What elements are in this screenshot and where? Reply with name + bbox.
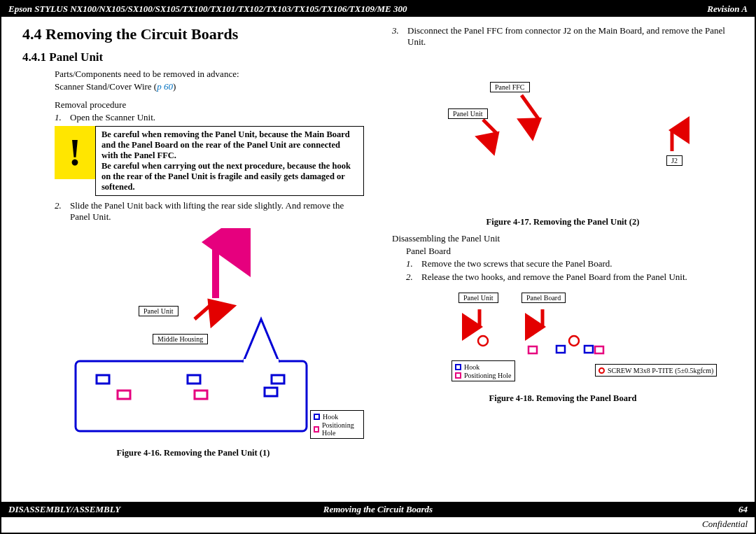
- legend-screw: SCREW M3x8 P-TITE (5±0.5kgfcm): [598, 367, 713, 374]
- svg-rect-5: [265, 388, 277, 396]
- legend-hook: Hook: [455, 363, 512, 371]
- svg-rect-2: [97, 375, 109, 384]
- page-ref-link[interactable]: p 60: [157, 81, 173, 92]
- header-revision: Revision A: [707, 3, 748, 15]
- label-panel-unit: Panel Unit: [448, 108, 488, 119]
- section-heading: 4.4 Removing the Circuit Boards: [22, 25, 364, 43]
- svg-rect-1: [244, 359, 279, 363]
- label-middle-housing: Middle Housing: [153, 334, 208, 344]
- svg-rect-12: [556, 346, 565, 353]
- right-column: 3.Disconnect the Panel FFC from connecto…: [392, 25, 734, 458]
- legend-pos-hole: Positioning Hole: [314, 421, 360, 437]
- header-bar: Epson STYLUS NX100/NX105/SX100/SX105/TX1…: [1, 1, 755, 17]
- footer-page: 64: [738, 504, 748, 515]
- svg-rect-13: [584, 346, 593, 353]
- procedure-label: Removal procedure: [55, 99, 364, 111]
- svg-rect-3: [188, 375, 200, 384]
- list-item: 1.Remove the two screws that secure the …: [406, 258, 734, 269]
- footer-left: DISASSEMBLY/ASSEMBLY: [8, 504, 120, 515]
- label-panel-ffc: Panel FFC: [490, 82, 530, 92]
- svg-rect-11: [595, 346, 603, 353]
- label-j2: J2: [666, 155, 682, 166]
- figure-4-18: Panel Unit Panel Board Hook Positioning …: [392, 288, 734, 393]
- warning-text: Be careful when removing the Panel Unit,…: [95, 126, 364, 196]
- removal-steps: 1.Open the Scanner Unit.: [55, 112, 364, 123]
- label-panel-board: Panel Board: [522, 293, 566, 303]
- left-column: 4.4 Removing the Circuit Boards 4.4.1 Pa…: [22, 25, 364, 458]
- footer-confidential: Confidential: [1, 517, 755, 533]
- legend-pos-hole: Positioning Hole: [455, 372, 512, 379]
- prereq-link-line: Scanner Stand/Cover Wire (p 60): [55, 81, 364, 92]
- figure-caption: Figure 4-17. Removing the Panel Unit (2): [392, 217, 734, 227]
- disassembling-heading: Disassembling the Panel Unit: [392, 233, 734, 244]
- list-item: 2.Slide the Panel Unit back with lifting…: [55, 200, 364, 223]
- label-panel-unit2: Panel Unit: [458, 293, 498, 303]
- svg-rect-7: [195, 391, 207, 399]
- legend-hook: Hook: [314, 413, 360, 421]
- svg-point-8: [478, 336, 488, 346]
- figure-caption: Figure 4-18. Removing the Panel Board: [392, 393, 734, 404]
- footer: Removing the Circuit Boards DISASSEMBLY/…: [1, 502, 755, 533]
- list-item: 1.Open the Scanner Unit.: [55, 112, 364, 123]
- warning-box: ! Be careful when removing the Panel Uni…: [55, 126, 364, 196]
- prereq-text: Parts/Components need to be removed in a…: [55, 69, 364, 80]
- figure-caption: Figure 4-16. Removing the Panel Unit (1): [22, 448, 364, 458]
- svg-rect-4: [272, 375, 284, 384]
- warning-icon: !: [55, 126, 95, 179]
- label-panel-unit: Panel Unit: [139, 306, 178, 316]
- removal-steps-cont: 2.Slide the Panel Unit back with lifting…: [55, 200, 364, 223]
- figure-4-16: Panel Unit Middle Housing Hook Positioni…: [55, 228, 364, 445]
- removal-steps-right: 3.Disconnect the Panel FFC from connecto…: [392, 25, 734, 48]
- subsection-heading: 4.4.1 Panel Unit: [22, 50, 364, 64]
- list-item: 3.Disconnect the Panel FFC from connecto…: [392, 25, 734, 48]
- list-item: 2.Release the two hooks, and remove the …: [406, 272, 734, 283]
- panel-board-steps: 1.Remove the two screws that secure the …: [406, 258, 734, 283]
- svg-rect-10: [528, 346, 537, 353]
- panel-board-label: Panel Board: [406, 246, 734, 257]
- svg-rect-6: [118, 391, 130, 399]
- header-title: Epson STYLUS NX100/NX105/SX100/SX105/TX1…: [8, 3, 407, 15]
- figure-4-17: Panel FFC Panel Unit J2: [392, 53, 734, 214]
- svg-point-9: [569, 336, 579, 346]
